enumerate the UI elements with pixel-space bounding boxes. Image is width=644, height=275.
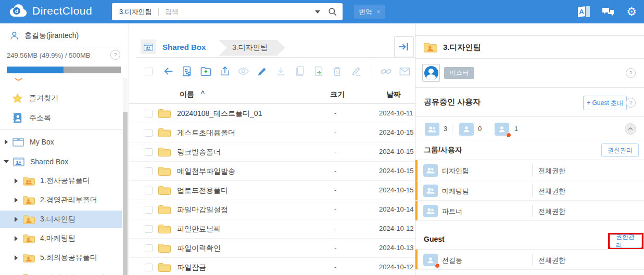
select-all-checkbox[interactable]	[145, 68, 153, 75]
row-checkbox[interactable]	[145, 110, 153, 117]
table-row[interactable]: 메일첨부파일발송 - 2024-10-15 1	[129, 162, 415, 181]
file-name[interactable]: 파일이력확인	[177, 244, 221, 253]
app-logo[interactable]: DirectCloud	[9, 4, 92, 18]
expand-caret-icon[interactable]	[5, 139, 8, 145]
table-row[interactable]: 파일이력확인 - 2024-10-13 1	[129, 239, 415, 258]
partial-scrolled-icon	[15, 78, 22, 81]
file-date: 2024-10-15 1	[379, 128, 415, 136]
folder-label: 5.회의용공유폴더	[40, 253, 97, 263]
delete-button[interactable]	[331, 66, 343, 77]
sidebar-item-favorites[interactable]: 즐겨찾기	[0, 89, 122, 107]
download-button[interactable]	[275, 66, 287, 77]
structure-copy-button[interactable]	[181, 66, 193, 77]
tag-remove-icon[interactable]: ×	[376, 8, 381, 16]
search-scope-dropdown-icon[interactable]	[315, 10, 320, 14]
file-name[interactable]: 링크발송폴더	[177, 148, 221, 157]
file-name[interactable]: 파일만료날짜	[177, 225, 221, 234]
collapse-caret-icon[interactable]	[4, 160, 9, 163]
table-row[interactable]: 파일마감일설정 - 2024-10-14 0	[129, 200, 415, 219]
sidebar-folder-item[interactable]: 4.마케팅팀	[0, 230, 122, 247]
addressbook-label: 주소록	[29, 113, 51, 123]
table-row[interactable]: 파일만료날짜 - 2024-10-12 0	[129, 219, 415, 239]
row-checkbox[interactable]	[145, 129, 153, 137]
table-row[interactable]: 20240108_테스트폴더_01 - 2024-10-11 2	[129, 104, 415, 123]
column-date[interactable]: 날짜	[386, 90, 401, 99]
new-folder-button[interactable]	[200, 66, 212, 77]
search-scope-label: 3.디자인팀	[119, 7, 152, 17]
search-filter-tag[interactable]: 번역 ×	[354, 5, 385, 19]
expand-caret-icon[interactable]	[15, 217, 18, 222]
group-permission-row[interactable]: 디자인팀 전체권한	[415, 160, 644, 180]
user-profile[interactable]: 홍길동(jirantech)	[9, 31, 79, 41]
expand-caret-icon[interactable]	[15, 198, 18, 203]
row-checkbox[interactable]	[145, 225, 153, 233]
table-row[interactable]: 파일잠금 - 2024-10-12 0	[129, 258, 415, 275]
search-bar[interactable]: 3.디자인팀 검색	[112, 3, 343, 20]
table-row[interactable]: 게스트초대용폴더 - 2024-10-15 1	[129, 123, 415, 142]
file-name[interactable]: 20240108_테스트폴더_01	[177, 109, 262, 119]
file-name[interactable]: 게스트초대용폴더	[177, 128, 235, 138]
file-name[interactable]: 파일잠금	[177, 263, 206, 272]
table-row[interactable]: 업로드전용폴더 - 2024-10-15 1	[129, 181, 415, 200]
breadcrumb-current-tab[interactable]: 3.디자인팀	[219, 40, 285, 56]
table-row[interactable]: 링크발송폴더 - 2024-10-15 1	[129, 142, 415, 162]
storage-help-icon[interactable]: ?	[110, 50, 120, 60]
mail-send-button[interactable]	[399, 66, 411, 77]
chat-button[interactable]	[601, 6, 615, 18]
row-checkbox[interactable]	[145, 148, 153, 156]
copy-button[interactable]	[294, 66, 306, 77]
settings-gear-icon[interactable]: ⚙	[626, 6, 637, 18]
user-count-icon	[459, 123, 474, 136]
search-button[interactable]	[327, 7, 337, 17]
guest-title: Guest	[424, 235, 445, 243]
collapse-panel-button[interactable]	[394, 36, 414, 57]
row-checkbox[interactable]	[145, 187, 153, 194]
search-input[interactable]: 검색	[165, 7, 315, 17]
guest-invite-button[interactable]: + Guest 초대	[583, 96, 627, 110]
shared-users-help-icon[interactable]: ?	[626, 98, 636, 108]
owner-help-icon[interactable]: ?	[626, 68, 636, 78]
groups-permission-manage-button[interactable]: 권한관리	[601, 143, 639, 157]
sidebar-item-sharedbox[interactable]: Shared Box	[0, 153, 122, 171]
file-name[interactable]: 메일첨부파일발송	[177, 167, 235, 176]
sidebar-scrollbar-thumb[interactable]	[123, 112, 128, 275]
collapse-section-button[interactable]	[625, 123, 636, 135]
group-permission-row[interactable]: 파트너 전체권한	[415, 201, 644, 221]
expand-caret-icon[interactable]	[15, 236, 18, 241]
edit-button[interactable]	[256, 66, 268, 77]
back-button[interactable]	[162, 66, 174, 77]
sidebar-folder-item[interactable]: 1.전사공유폴더	[0, 172, 122, 190]
row-checkbox[interactable]	[145, 244, 153, 252]
breadcrumb-box-icon-wrap[interactable]	[141, 40, 156, 54]
row-checkbox[interactable]	[145, 206, 153, 214]
row-checkbox[interactable]	[145, 264, 153, 271]
sidebar-item-mybox[interactable]: My Box	[0, 133, 122, 151]
ai-icon: A	[578, 6, 585, 17]
sidebar-item-addressbook[interactable]: 주소록	[0, 109, 122, 127]
sidebar-folder-item[interactable]: 5.회의용공유폴더	[0, 249, 122, 267]
column-size[interactable]: 크기	[330, 90, 345, 99]
owner-avatar[interactable]	[422, 64, 440, 82]
sidebar-folder-item[interactable]: 2.경영관리부폴더	[0, 191, 122, 209]
sort-ascending-icon[interactable]: ^	[201, 89, 205, 97]
ai-assistant-button[interactable]: A	[578, 6, 590, 17]
group-permission-row[interactable]: 마케팅팀 전체권한	[415, 180, 644, 201]
sidebar-folder-item[interactable]: 6.사내서버공유폴더	[0, 269, 122, 275]
rename-button[interactable]	[350, 66, 362, 77]
breadcrumb-root[interactable]: Shared Box	[162, 43, 206, 51]
file-name[interactable]: 업로드전용폴더	[177, 186, 228, 195]
file-name[interactable]: 파일마감일설정	[177, 205, 228, 215]
guest-permission-row[interactable]: 전길동 전체권한	[415, 250, 644, 270]
preview-button[interactable]	[237, 66, 249, 77]
expand-caret-icon[interactable]	[15, 178, 18, 184]
file-size: -	[334, 186, 336, 194]
directcloud-app: DirectCloud 3.디자인팀 검색 번역 × A ⚙ 홍	[0, 0, 644, 275]
guest-permission-manage-button[interactable]: 권한관리	[610, 234, 642, 248]
column-name[interactable]: 이름	[180, 90, 194, 99]
sidebar-folder-item-selected[interactable]: 3.디자인팀	[0, 211, 122, 228]
expand-caret-icon[interactable]	[15, 255, 18, 260]
move-button[interactable]	[312, 66, 324, 77]
row-checkbox[interactable]	[145, 167, 153, 175]
upload-button[interactable]	[219, 66, 231, 77]
link-share-button[interactable]	[380, 66, 392, 77]
